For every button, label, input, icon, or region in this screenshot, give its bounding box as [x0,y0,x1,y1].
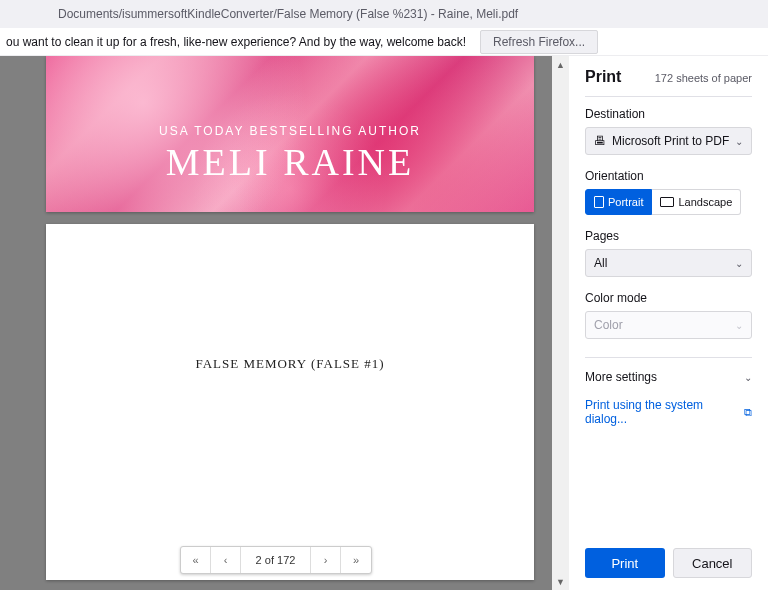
book-title: FALSE MEMORY (FALSE #1) [46,356,534,372]
tab-bar: Documents/isummersoftKindleConverter/Fal… [0,0,768,28]
content-area: USA TODAY BESTSELLING AUTHOR MELI RAINE … [0,56,768,590]
color-mode-value: Color [594,318,623,332]
pages-select[interactable]: All ⌄ [585,249,752,277]
page-navigator: « ‹ 2 of 172 › » [180,546,372,574]
scroll-down-icon[interactable]: ▼ [552,573,569,590]
page-indicator: 2 of 172 [241,547,311,573]
section-divider [585,357,752,358]
orientation-group: Portrait Landscape [585,189,752,215]
color-mode-label: Color mode [585,291,752,305]
next-page-button[interactable]: › [311,547,341,573]
chevron-down-icon: ⌄ [744,372,752,383]
chevron-down-icon: ⌄ [735,136,743,147]
orientation-label: Orientation [585,169,752,183]
portrait-icon [594,196,604,208]
landscape-button[interactable]: Landscape [652,189,741,215]
landscape-icon [660,197,674,207]
print-dialog-title: Print [585,68,621,86]
book-cover-image: USA TODAY BESTSELLING AUTHOR MELI RAINE [46,56,534,212]
cancel-button[interactable]: Cancel [673,548,753,578]
preview-page-1: USA TODAY BESTSELLING AUTHOR MELI RAINE [46,56,534,212]
color-mode-select[interactable]: Color ⌄ [585,311,752,339]
more-settings-toggle[interactable]: More settings ⌄ [585,370,752,384]
refresh-notification: ou want to clean it up for a fresh, like… [0,28,768,56]
print-panel: Print 172 sheets of paper Destination 🖶 … [569,56,768,590]
external-link-icon: ⧉ [744,406,752,419]
portrait-button[interactable]: Portrait [585,189,652,215]
destination-select[interactable]: 🖶 Microsoft Print to PDF ⌄ [585,127,752,155]
print-button[interactable]: Print [585,548,665,578]
print-preview: USA TODAY BESTSELLING AUTHOR MELI RAINE … [0,56,552,590]
first-page-button[interactable]: « [181,547,211,573]
chevron-down-icon: ⌄ [735,258,743,269]
pages-label: Pages [585,229,752,243]
preview-scrollbar[interactable]: ▲ ▼ [552,56,569,590]
prev-page-button[interactable]: ‹ [211,547,241,573]
pages-value: All [594,256,607,270]
printer-icon: 🖶 [594,134,606,148]
sheet-count: 172 sheets of paper [655,72,752,84]
cover-author: MELI RAINE [46,140,534,184]
preview-page-2: FALSE MEMORY (FALSE #1) [46,224,534,580]
destination-value: Microsoft Print to PDF [612,134,729,148]
last-page-button[interactable]: » [341,547,371,573]
notification-text: ou want to clean it up for a fresh, like… [6,35,466,49]
destination-label: Destination [585,107,752,121]
system-dialog-link[interactable]: Print using the system dialog... [585,398,744,426]
tab-title: Documents/isummersoftKindleConverter/Fal… [58,7,518,21]
chevron-down-icon: ⌄ [735,320,743,331]
more-settings-label: More settings [585,370,657,384]
refresh-firefox-button[interactable]: Refresh Firefox... [480,30,598,54]
scroll-up-icon[interactable]: ▲ [552,56,569,73]
cover-tagline: USA TODAY BESTSELLING AUTHOR [46,124,534,138]
